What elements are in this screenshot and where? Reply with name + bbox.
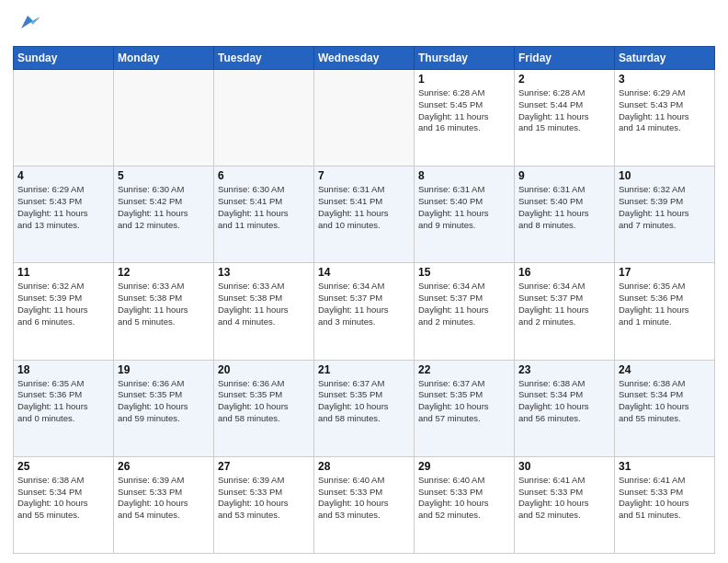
calendar-cell: 16Sunrise: 6:34 AM Sunset: 5:37 PM Dayli…	[515, 263, 615, 360]
day-number: 19	[118, 363, 210, 376]
calendar-cell: 27Sunrise: 6:39 AM Sunset: 5:33 PM Dayli…	[214, 456, 314, 553]
svg-marker-0	[21, 16, 40, 29]
calendar-cell: 15Sunrise: 6:34 AM Sunset: 5:37 PM Dayli…	[415, 263, 515, 360]
day-number: 3	[619, 73, 711, 86]
header	[13, 9, 715, 39]
calendar-cell: 14Sunrise: 6:34 AM Sunset: 5:37 PM Dayli…	[314, 263, 415, 360]
weekday-header: Thursday	[415, 47, 515, 70]
calendar-cell: 1Sunrise: 6:28 AM Sunset: 5:45 PM Daylig…	[415, 70, 515, 167]
calendar-cell: 6Sunrise: 6:30 AM Sunset: 5:41 PM Daylig…	[214, 167, 314, 263]
day-info: Sunrise: 6:35 AM Sunset: 5:36 PM Dayligh…	[17, 378, 109, 425]
weekday-header: Tuesday	[214, 47, 314, 70]
day-info: Sunrise: 6:38 AM Sunset: 5:34 PM Dayligh…	[619, 378, 711, 425]
day-number: 20	[218, 363, 310, 376]
day-number: 6	[218, 169, 310, 182]
calendar-cell	[114, 70, 214, 167]
logo	[13, 9, 40, 39]
day-number: 29	[418, 460, 510, 473]
day-info: Sunrise: 6:41 AM Sunset: 5:33 PM Dayligh…	[619, 475, 711, 522]
day-info: Sunrise: 6:35 AM Sunset: 5:36 PM Dayligh…	[619, 281, 711, 327]
calendar-week-row: 4Sunrise: 6:29 AM Sunset: 5:43 PM Daylig…	[14, 167, 715, 263]
calendar-cell: 8Sunrise: 6:31 AM Sunset: 5:40 PM Daylig…	[415, 167, 515, 263]
day-number: 8	[418, 169, 510, 182]
day-info: Sunrise: 6:41 AM Sunset: 5:33 PM Dayligh…	[518, 475, 610, 522]
calendar-week-row: 25Sunrise: 6:38 AM Sunset: 5:34 PM Dayli…	[14, 456, 715, 553]
logo-icon	[15, 9, 40, 35]
calendar-cell: 10Sunrise: 6:32 AM Sunset: 5:39 PM Dayli…	[615, 167, 715, 263]
calendar-cell: 20Sunrise: 6:36 AM Sunset: 5:35 PM Dayli…	[214, 360, 314, 456]
calendar-cell: 26Sunrise: 6:39 AM Sunset: 5:33 PM Dayli…	[114, 456, 214, 553]
day-number: 30	[518, 460, 610, 473]
calendar-cell: 7Sunrise: 6:31 AM Sunset: 5:41 PM Daylig…	[314, 167, 415, 263]
day-info: Sunrise: 6:33 AM Sunset: 5:38 PM Dayligh…	[218, 281, 310, 327]
calendar-cell: 19Sunrise: 6:36 AM Sunset: 5:35 PM Dayli…	[114, 360, 214, 456]
day-info: Sunrise: 6:37 AM Sunset: 5:35 PM Dayligh…	[418, 378, 510, 425]
day-info: Sunrise: 6:40 AM Sunset: 5:33 PM Dayligh…	[418, 475, 510, 522]
calendar-cell: 22Sunrise: 6:37 AM Sunset: 5:35 PM Dayli…	[415, 360, 515, 456]
day-info: Sunrise: 6:32 AM Sunset: 5:39 PM Dayligh…	[619, 184, 711, 231]
calendar-cell: 13Sunrise: 6:33 AM Sunset: 5:38 PM Dayli…	[214, 263, 314, 360]
weekday-header: Sunday	[14, 47, 114, 70]
day-info: Sunrise: 6:30 AM Sunset: 5:42 PM Dayligh…	[118, 184, 210, 231]
day-number: 11	[17, 266, 109, 279]
page: SundayMondayTuesdayWednesdayThursdayFrid…	[0, 0, 728, 563]
day-number: 9	[518, 169, 610, 182]
calendar-cell: 12Sunrise: 6:33 AM Sunset: 5:38 PM Dayli…	[114, 263, 214, 360]
calendar-cell: 17Sunrise: 6:35 AM Sunset: 5:36 PM Dayli…	[615, 263, 715, 360]
weekday-header: Saturday	[615, 47, 715, 70]
calendar-table: SundayMondayTuesdayWednesdayThursdayFrid…	[13, 46, 715, 554]
calendar-cell: 23Sunrise: 6:38 AM Sunset: 5:34 PM Dayli…	[515, 360, 615, 456]
calendar-header-row: SundayMondayTuesdayWednesdayThursdayFrid…	[14, 47, 715, 70]
day-number: 2	[518, 73, 610, 86]
day-number: 14	[318, 266, 410, 279]
day-number: 31	[619, 460, 711, 473]
day-info: Sunrise: 6:29 AM Sunset: 5:43 PM Dayligh…	[619, 87, 711, 134]
calendar-cell: 11Sunrise: 6:32 AM Sunset: 5:39 PM Dayli…	[14, 263, 114, 360]
calendar-week-row: 18Sunrise: 6:35 AM Sunset: 5:36 PM Dayli…	[14, 360, 715, 456]
calendar-cell: 3Sunrise: 6:29 AM Sunset: 5:43 PM Daylig…	[615, 70, 715, 167]
calendar-cell	[14, 70, 114, 167]
day-info: Sunrise: 6:34 AM Sunset: 5:37 PM Dayligh…	[518, 281, 610, 327]
day-number: 21	[318, 363, 410, 376]
day-number: 24	[619, 363, 711, 376]
day-info: Sunrise: 6:39 AM Sunset: 5:33 PM Dayligh…	[218, 475, 310, 522]
day-number: 1	[418, 73, 510, 86]
calendar-cell: 18Sunrise: 6:35 AM Sunset: 5:36 PM Dayli…	[14, 360, 114, 456]
calendar-cell	[214, 70, 314, 167]
day-info: Sunrise: 6:40 AM Sunset: 5:33 PM Dayligh…	[318, 475, 410, 522]
calendar-week-row: 11Sunrise: 6:32 AM Sunset: 5:39 PM Dayli…	[14, 263, 715, 360]
day-number: 28	[318, 460, 410, 473]
calendar-cell: 31Sunrise: 6:41 AM Sunset: 5:33 PM Dayli…	[615, 456, 715, 553]
day-number: 10	[619, 169, 711, 182]
day-info: Sunrise: 6:37 AM Sunset: 5:35 PM Dayligh…	[318, 378, 410, 425]
day-number: 26	[118, 460, 210, 473]
day-number: 25	[17, 460, 109, 473]
day-number: 16	[518, 266, 610, 279]
calendar-cell	[314, 70, 415, 167]
calendar-cell: 30Sunrise: 6:41 AM Sunset: 5:33 PM Dayli…	[515, 456, 615, 553]
day-info: Sunrise: 6:38 AM Sunset: 5:34 PM Dayligh…	[17, 475, 109, 522]
day-info: Sunrise: 6:29 AM Sunset: 5:43 PM Dayligh…	[17, 184, 109, 231]
calendar-cell: 2Sunrise: 6:28 AM Sunset: 5:44 PM Daylig…	[515, 70, 615, 167]
day-info: Sunrise: 6:31 AM Sunset: 5:40 PM Dayligh…	[418, 184, 510, 231]
day-info: Sunrise: 6:30 AM Sunset: 5:41 PM Dayligh…	[218, 184, 310, 231]
calendar-cell: 29Sunrise: 6:40 AM Sunset: 5:33 PM Dayli…	[415, 456, 515, 553]
day-info: Sunrise: 6:38 AM Sunset: 5:34 PM Dayligh…	[518, 378, 610, 425]
day-number: 5	[118, 169, 210, 182]
day-number: 12	[118, 266, 210, 279]
day-number: 7	[318, 169, 410, 182]
day-info: Sunrise: 6:33 AM Sunset: 5:38 PM Dayligh…	[118, 281, 210, 327]
day-number: 15	[418, 266, 510, 279]
calendar-cell: 9Sunrise: 6:31 AM Sunset: 5:40 PM Daylig…	[515, 167, 615, 263]
day-info: Sunrise: 6:31 AM Sunset: 5:41 PM Dayligh…	[318, 184, 410, 231]
svg-marker-1	[28, 16, 40, 25]
calendar-week-row: 1Sunrise: 6:28 AM Sunset: 5:45 PM Daylig…	[14, 70, 715, 167]
day-number: 13	[218, 266, 310, 279]
calendar-cell: 25Sunrise: 6:38 AM Sunset: 5:34 PM Dayli…	[14, 456, 114, 553]
day-info: Sunrise: 6:39 AM Sunset: 5:33 PM Dayligh…	[118, 475, 210, 522]
day-number: 23	[518, 363, 610, 376]
weekday-header: Friday	[515, 47, 615, 70]
calendar-cell: 21Sunrise: 6:37 AM Sunset: 5:35 PM Dayli…	[314, 360, 415, 456]
day-info: Sunrise: 6:28 AM Sunset: 5:44 PM Dayligh…	[518, 87, 610, 134]
calendar-cell: 5Sunrise: 6:30 AM Sunset: 5:42 PM Daylig…	[114, 167, 214, 263]
